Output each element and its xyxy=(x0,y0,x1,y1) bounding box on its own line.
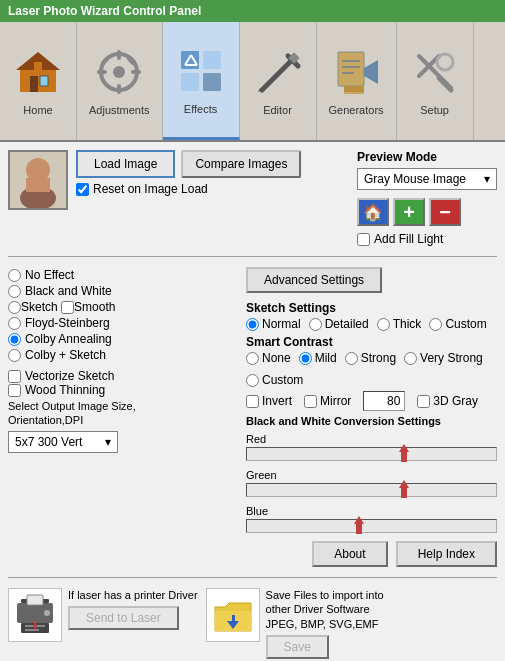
avatar xyxy=(8,150,68,210)
nav-setup[interactable]: Setup xyxy=(397,22,474,140)
save-button[interactable]: Save xyxy=(266,635,329,659)
sketch-options: Normal Detailed Thick Custom xyxy=(246,317,497,331)
wood-thinning-label: Wood Thinning xyxy=(25,383,105,397)
svg-rect-3 xyxy=(40,76,48,86)
gray3d-label: 3D Gray xyxy=(433,394,478,408)
add-fill-light-label: Add Fill Light xyxy=(374,232,443,246)
nav-effects-label: Effects xyxy=(184,103,217,115)
contrast-strong-radio[interactable] xyxy=(345,352,358,365)
svg-line-20 xyxy=(262,60,292,90)
svg-rect-29 xyxy=(342,72,354,74)
editor-icon xyxy=(252,46,304,98)
home-preview-btn[interactable]: 🏠 xyxy=(357,198,389,226)
title-bar: Laser Photo Wizard Control Panel xyxy=(0,0,505,22)
contrast-none-radio[interactable] xyxy=(246,352,259,365)
add-fill-light-checkbox[interactable] xyxy=(357,233,370,246)
sketch-radio[interactable] xyxy=(8,301,21,314)
sketch-detailed-radio[interactable] xyxy=(309,318,322,331)
preview-mode-value: Gray Mouse Image xyxy=(364,172,466,186)
load-image-button[interactable]: Load Image xyxy=(76,150,175,178)
colby-annealing-radio[interactable] xyxy=(8,333,21,346)
mirror-control: Mirror xyxy=(304,391,351,411)
bottom-actions-row: If laser has a printer Driver Send to La… xyxy=(8,588,497,659)
title-text: Laser Photo Wizard Control Panel xyxy=(8,4,201,18)
sketch-thick-radio[interactable] xyxy=(377,318,390,331)
nav-generators-label: Generators xyxy=(329,104,384,116)
preview-mode-chevron: ▾ xyxy=(484,172,490,186)
nav-adjustments[interactable]: Adjustments xyxy=(77,22,163,140)
green-slider-track[interactable] xyxy=(246,483,497,497)
vectorize-checkbox[interactable] xyxy=(8,370,21,383)
send-to-laser-button[interactable]: Send to Laser xyxy=(68,606,179,630)
svg-rect-28 xyxy=(342,66,360,68)
colby-annealing-label: Colby Annealing xyxy=(25,332,112,346)
home-icon xyxy=(12,46,64,98)
number-input[interactable] xyxy=(363,391,405,411)
red-slider-track[interactable] xyxy=(246,447,497,461)
svg-rect-45 xyxy=(27,595,43,605)
no-effect-label: No Effect xyxy=(25,268,74,282)
nav-home[interactable]: Home xyxy=(0,22,77,140)
bw-conversion: Black and White Conversion Settings Red … xyxy=(246,415,497,533)
save-desc: Save Files to import into other Driver S… xyxy=(266,588,396,631)
output-size-value: 5x7 300 Vert xyxy=(15,435,82,449)
blue-slider-row: Blue xyxy=(246,505,497,533)
red-slider-row: Red xyxy=(246,433,497,461)
floyd-radio[interactable] xyxy=(8,317,21,330)
colby-sketch-radio[interactable] xyxy=(8,349,21,362)
reset-on-load-row: Reset on Image Load xyxy=(76,182,301,196)
contrast-very-strong: Very Strong xyxy=(404,351,483,365)
printer-icon xyxy=(8,588,62,642)
svg-rect-7 xyxy=(117,50,121,60)
mirror-checkbox[interactable] xyxy=(304,395,317,408)
reset-on-load-checkbox[interactable] xyxy=(76,183,89,196)
contrast-mild-radio[interactable] xyxy=(299,352,312,365)
invert-checkbox[interactable] xyxy=(246,395,259,408)
help-index-button[interactable]: Help Index xyxy=(396,541,497,567)
contrast-options: None Mild Strong Very Strong xyxy=(246,351,497,387)
nav-effects[interactable]: Effects xyxy=(163,22,240,140)
svg-rect-38 xyxy=(26,178,50,192)
blue-slider-track[interactable] xyxy=(246,519,497,533)
wood-thinning-checkbox[interactable] xyxy=(8,384,21,397)
no-effect-radio[interactable] xyxy=(8,269,21,282)
add-fill-light-row: Add Fill Light xyxy=(357,232,497,246)
svg-rect-10 xyxy=(131,70,141,74)
gray3d-checkbox[interactable] xyxy=(417,395,430,408)
sketch-thick: Thick xyxy=(377,317,422,331)
output-section: Select Output Image Size, Orientation,DP… xyxy=(8,399,238,453)
sketch-label: Sketch xyxy=(21,300,58,314)
black-white-radio[interactable] xyxy=(8,285,21,298)
send-to-laser-info: If laser has a printer Driver Send to La… xyxy=(68,588,198,630)
green-slider-row: Green xyxy=(246,469,497,497)
nav-generators[interactable]: Generators xyxy=(317,22,397,140)
effect-black-white: Black and White xyxy=(8,283,238,299)
preview-mode-label: Preview Mode xyxy=(357,150,497,164)
output-dropdown-chevron: ▾ xyxy=(105,435,111,449)
invert-label: Invert xyxy=(262,394,292,408)
save-section: Save Files to import into other Driver S… xyxy=(206,588,396,659)
advanced-settings-button[interactable]: Advanced Settings xyxy=(246,267,382,293)
svg-rect-16 xyxy=(203,73,221,91)
effect-sketch: Sketch Smooth xyxy=(8,299,238,315)
add-preview-btn[interactable]: + xyxy=(393,198,425,226)
sketch-normal-radio[interactable] xyxy=(246,318,259,331)
invert-control: Invert xyxy=(246,391,292,411)
nav-editor-label: Editor xyxy=(263,104,292,116)
nav-editor[interactable]: Editor xyxy=(240,22,317,140)
output-size-dropdown[interactable]: 5x7 300 Vert ▾ xyxy=(8,431,118,453)
remove-preview-btn[interactable]: − xyxy=(429,198,461,226)
mirror-label: Mirror xyxy=(320,394,351,408)
compare-images-button[interactable]: Compare Images xyxy=(181,150,301,178)
sketch-custom-radio[interactable] xyxy=(429,318,442,331)
contrast-very-strong-radio[interactable] xyxy=(404,352,417,365)
contrast-custom-radio[interactable] xyxy=(246,374,259,387)
svg-rect-51 xyxy=(232,615,235,623)
svg-point-44 xyxy=(44,610,50,616)
reset-on-load-label: Reset on Image Load xyxy=(93,182,208,196)
svg-rect-26 xyxy=(344,86,364,92)
preview-mode-dropdown[interactable]: Gray Mouse Image ▾ xyxy=(357,168,497,190)
about-button[interactable]: About xyxy=(312,541,387,567)
smooth-checkbox[interactable] xyxy=(61,301,74,314)
smooth-label: Smooth xyxy=(74,300,115,314)
